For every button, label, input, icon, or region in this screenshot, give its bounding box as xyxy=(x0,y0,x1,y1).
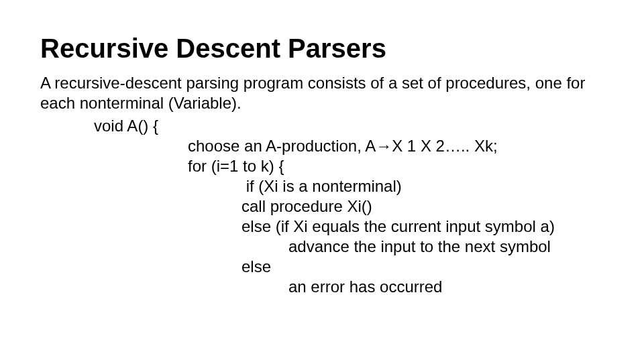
code-line-8: else xyxy=(40,257,604,277)
code-line-4: if (Xi is a nonterminal) xyxy=(40,176,604,196)
code-line-7: advance the input to the next symbol xyxy=(40,237,604,257)
code-line-9: an error has occurred xyxy=(40,277,604,297)
code-line-2: choose an A-production, A→X 1 X 2….. Xk; xyxy=(40,136,604,156)
slide-body: A recursive-descent parsing program cons… xyxy=(40,73,604,297)
code-line-3: for (i=1 to k) { xyxy=(40,156,604,176)
slide: Recursive Descent Parsers A recursive-de… xyxy=(0,0,644,362)
intro-paragraph: A recursive-descent parsing program cons… xyxy=(40,73,604,113)
slide-title: Recursive Descent Parsers xyxy=(40,34,604,63)
code-line-1: void A() { xyxy=(40,116,604,136)
code-line-5: call procedure Xi() xyxy=(40,196,604,217)
code-line-6: else (if Xi equals the current input sym… xyxy=(40,217,604,237)
